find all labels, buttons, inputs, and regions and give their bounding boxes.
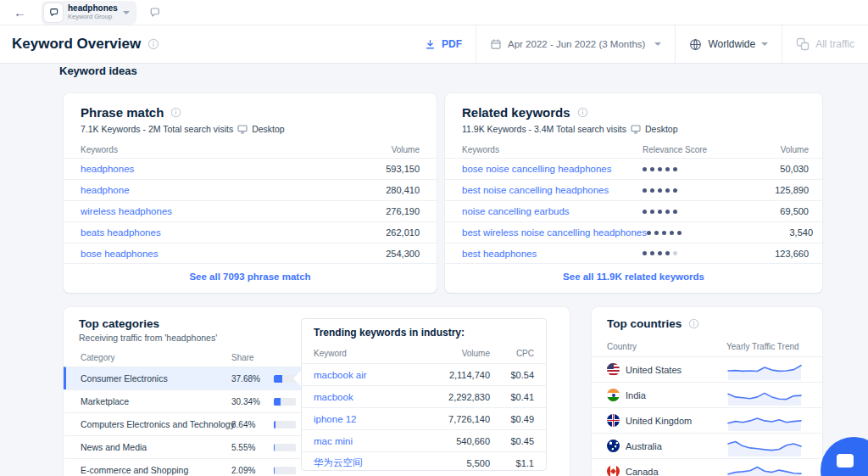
country-name: United Kingdom bbox=[626, 416, 692, 426]
table-row: 华为云空间 5,500 $1.1 bbox=[302, 451, 546, 471]
table-row: bose noise cancelling headphones 50,030 bbox=[445, 158, 822, 179]
share-bar bbox=[274, 444, 296, 451]
cpc-value: $0.49 bbox=[490, 414, 534, 424]
volume-value: 50,030 bbox=[743, 164, 809, 174]
keyword-link[interactable]: mac mini bbox=[314, 436, 412, 446]
keyword-link[interactable]: wireless headphones bbox=[81, 206, 335, 216]
category-row[interactable]: Computers Electronics and Technology 8.6… bbox=[64, 412, 301, 435]
date-range-picker[interactable]: Apr 2022 - Jun 2022 (3 Months) bbox=[476, 25, 675, 63]
all-traffic-icon bbox=[796, 37, 810, 51]
keyword-group-selector[interactable]: headphones Keyword Group bbox=[42, 1, 136, 25]
pdf-label: PDF bbox=[442, 38, 462, 50]
section-title: Keyword ideas bbox=[59, 64, 137, 77]
phrase-match-stats: 7.1K Keywords - 2M Total search visits bbox=[81, 124, 233, 134]
category-name: Marketplace bbox=[81, 396, 231, 406]
keyword-link[interactable]: best noise cancelling headphones bbox=[462, 185, 643, 195]
traffic-filter-button[interactable]: All traffic bbox=[782, 25, 868, 63]
table-row: best headphones 123,660 bbox=[445, 243, 822, 264]
top-nav-bar: ← headphones Keyword Group bbox=[0, 0, 868, 25]
date-range-label: Apr 2022 - Jun 2022 (3 Months) bbox=[508, 39, 645, 49]
info-icon[interactable] bbox=[147, 38, 159, 50]
keyword-group-type: Keyword Group bbox=[68, 14, 118, 20]
volume-value: 5,500 bbox=[412, 458, 490, 468]
keyword-link[interactable]: headphones bbox=[81, 164, 335, 174]
keyword-link[interactable]: bose noise cancelling headphones bbox=[462, 164, 643, 174]
keyword-link[interactable]: bose headphones bbox=[81, 249, 335, 259]
volume-value: 540,660 bbox=[412, 436, 490, 446]
region-label: Worldwide bbox=[708, 38, 755, 50]
volume-value: 2,114,740 bbox=[412, 370, 490, 380]
country-row: Canada bbox=[592, 458, 822, 476]
column-header-volume: Volume bbox=[412, 349, 490, 358]
category-row[interactable]: E-commerce and Shopping 2.09% bbox=[64, 458, 301, 476]
keyword-link[interactable]: best wireless noise cancelling headphone… bbox=[462, 227, 647, 238]
share-value: 8.64% bbox=[231, 420, 274, 429]
volume-value: 3,540 bbox=[747, 227, 813, 238]
back-arrow-icon[interactable]: ← bbox=[10, 5, 30, 20]
share-bar bbox=[274, 421, 296, 428]
volume-value: 280,410 bbox=[335, 185, 420, 195]
traffic-sparkline bbox=[726, 384, 803, 406]
traffic-sparkline bbox=[726, 410, 803, 432]
table-row: iphone 12 7,726,140 $0.49 bbox=[302, 407, 546, 429]
country-name: Canada bbox=[626, 467, 659, 476]
chevron-down-icon bbox=[123, 11, 130, 14]
cpc-value: $0.54 bbox=[490, 370, 534, 380]
compare-keyword-group-button[interactable] bbox=[148, 6, 161, 19]
category-row[interactable]: Marketplace 30.34% bbox=[64, 389, 301, 412]
content-area: Keyword ideas Phrase match 7.1K Keywords… bbox=[0, 64, 868, 476]
flag-us-icon bbox=[607, 363, 620, 376]
share-value: 30.34% bbox=[231, 397, 274, 406]
region-selector[interactable]: Worldwide bbox=[675, 25, 782, 63]
volume-value: 2,292,830 bbox=[412, 392, 490, 402]
keyword-link[interactable]: noise cancelling earbuds bbox=[462, 206, 643, 216]
globe-icon bbox=[689, 38, 702, 51]
see-all-related-keywords-link[interactable]: See all 11.9K related keywords bbox=[445, 272, 822, 282]
table-row: wireless headphones 276,190 bbox=[64, 200, 437, 221]
traffic-filter-label: All traffic bbox=[815, 38, 854, 50]
category-row-selected[interactable]: Consumer Electronics 37.68% bbox=[64, 367, 301, 389]
country-row: United Kingdom bbox=[592, 407, 822, 433]
relevance-dots bbox=[643, 167, 743, 171]
desktop-icon bbox=[631, 125, 641, 134]
trending-keywords-title: Trending keywords in industry: bbox=[302, 319, 546, 339]
keyword-link[interactable]: 华为云空间 bbox=[314, 456, 412, 469]
desktop-icon bbox=[237, 125, 248, 134]
keyword-link[interactable]: beats headphones bbox=[81, 227, 335, 238]
share-value: 5.55% bbox=[231, 443, 274, 452]
country-row: Australia bbox=[592, 433, 822, 458]
volume-value: 125,890 bbox=[743, 185, 809, 195]
info-icon[interactable] bbox=[170, 107, 181, 118]
column-header-volume: Volume bbox=[743, 145, 809, 154]
info-icon[interactable] bbox=[577, 107, 588, 118]
info-icon[interactable] bbox=[688, 318, 699, 329]
flag-australia-icon bbox=[607, 440, 620, 452]
top-countries-title: Top countries bbox=[607, 317, 682, 330]
traffic-sparkline bbox=[726, 461, 803, 476]
column-header-keywords: Keywords bbox=[462, 145, 643, 154]
see-all-phrase-match-link[interactable]: See all 7093 phrase match bbox=[64, 272, 437, 282]
column-header-keyword: Keyword bbox=[314, 349, 412, 358]
table-row: bose headphones 254,300 bbox=[64, 243, 437, 264]
keyword-link[interactable]: macbook air bbox=[314, 370, 412, 380]
table-row: best wireless noise cancelling headphone… bbox=[445, 221, 822, 243]
country-row: United States bbox=[592, 356, 822, 382]
category-row[interactable]: News and Media 5.55% bbox=[64, 435, 301, 458]
relevance-dots bbox=[643, 251, 743, 255]
cpc-value: $0.45 bbox=[490, 436, 534, 446]
keyword-link[interactable]: macbook bbox=[314, 392, 412, 402]
page-title: Keyword Overview bbox=[12, 36, 141, 53]
table-row: beats headphones 262,010 bbox=[64, 221, 437, 243]
keyword-link[interactable]: best headphones bbox=[462, 249, 643, 259]
keyword-link[interactable]: headphone bbox=[81, 185, 335, 195]
top-countries-card: Top countries Country Yearly Traffic Tre… bbox=[592, 307, 822, 476]
flag-uk-icon bbox=[607, 414, 620, 427]
country-name: United States bbox=[626, 365, 682, 375]
share-bar bbox=[274, 467, 296, 474]
country-name: Australia bbox=[626, 441, 662, 451]
category-name: Consumer Electronics bbox=[81, 373, 231, 384]
phrase-match-title: Phrase match bbox=[81, 105, 164, 120]
pdf-export-button[interactable]: PDF bbox=[411, 25, 476, 63]
top-categories-card: Top categories Receiving traffic from 'h… bbox=[64, 307, 570, 476]
keyword-link[interactable]: iphone 12 bbox=[314, 414, 412, 424]
